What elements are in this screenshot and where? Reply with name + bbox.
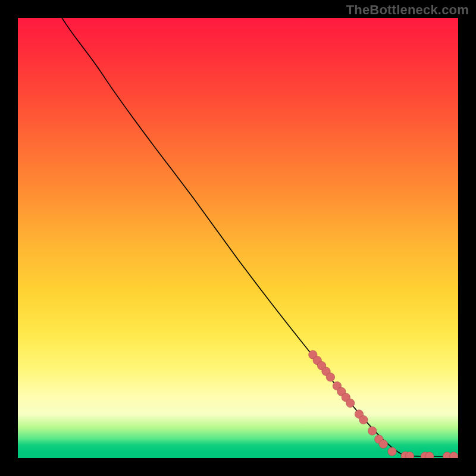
- highlight-dot: [326, 373, 334, 381]
- highlight-dot: [346, 399, 355, 407]
- plot-area: [18, 18, 458, 458]
- highlight-dot: [449, 452, 458, 458]
- chart-frame: TheBottleneck.com: [0, 0, 476, 476]
- highlight-dot: [359, 415, 368, 424]
- highlight-dot: [368, 427, 377, 435]
- bottleneck-curve: [62, 18, 458, 456]
- chart-overlay: [18, 18, 458, 458]
- highlight-dots: [309, 350, 458, 458]
- highlight-dot: [379, 440, 387, 448]
- highlight-dot: [388, 447, 396, 456]
- watermark-text: TheBottleneck.com: [346, 2, 469, 18]
